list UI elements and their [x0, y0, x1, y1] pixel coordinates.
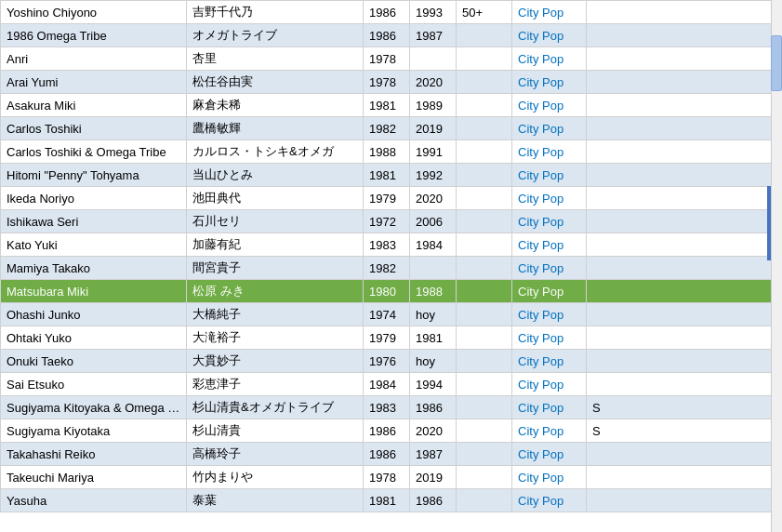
cell-extra [587, 489, 783, 512]
cell-jp: 大滝裕子 [187, 326, 364, 350]
artists-table: Yoshino Chiyono吉野千代乃1986199350+City Pop1… [0, 0, 782, 512]
cell-born: 1974 [364, 303, 410, 326]
table-row[interactable]: Arai Yumi松任谷由実19782020City Pop [1, 71, 783, 94]
cell-genre: City Pop [512, 117, 587, 140]
cell-genre: City Pop [512, 187, 587, 210]
table-row[interactable]: Kato Yuki加藤有紀19831984City Pop [1, 233, 783, 257]
cell-genre: City Pop [512, 94, 587, 117]
cell-born: 1978 [364, 47, 410, 71]
scrollbar-thumb[interactable] [771, 35, 782, 91]
cell-notes [457, 24, 512, 47]
cell-notes [457, 94, 512, 117]
cell-name: Carlos Toshiki & Omega Tribe [1, 140, 187, 164]
cell-genre: City Pop [512, 419, 587, 443]
cell-active: 1987 [410, 24, 457, 47]
cell-born: 1983 [364, 396, 410, 419]
cell-active: 1984 [410, 233, 457, 257]
cell-jp: 泰葉 [187, 489, 364, 512]
cell-extra [587, 164, 783, 187]
cell-extra [587, 373, 783, 396]
table-row[interactable]: Sugiyama Kitoyaka & Omega Tribe杉山清貴&オメガト… [1, 396, 783, 419]
cell-extra [587, 117, 783, 140]
cell-name: Kato Yuki [1, 233, 187, 257]
table-row[interactable]: Asakura Miki麻倉未稀19811989City Pop [1, 94, 783, 117]
cell-genre: City Pop [512, 257, 587, 280]
cell-born: 1980 [364, 280, 410, 303]
cell-genre: City Pop [512, 233, 587, 257]
table-row[interactable]: Sai Etsuko彩恵津子19841994City Pop [1, 373, 783, 396]
cell-notes [457, 326, 512, 350]
cell-name: Matsubara Miki [1, 280, 187, 303]
cell-name: Takahashi Reiko [1, 443, 187, 466]
cell-jp: 加藤有紀 [187, 233, 364, 257]
table-row[interactable]: Takahashi Reiko高橋玲子19861987City Pop [1, 443, 783, 466]
cell-active: hoy [410, 303, 457, 326]
cell-name: Yasuha [1, 489, 187, 512]
cell-born: 1982 [364, 257, 410, 280]
cell-name: Carlos Toshiki [1, 117, 187, 140]
cell-name: Sugiyama Kiyotaka [1, 419, 187, 443]
table-row[interactable]: Carlos Toshiki & Omega Tribeカルロス・トシキ&オメガ… [1, 140, 783, 164]
cell-jp: 杉山清貴 [187, 419, 364, 443]
cell-born: 1978 [364, 466, 410, 489]
cell-genre: City Pop [512, 350, 587, 373]
cell-active: 1986 [410, 396, 457, 419]
cell-born: 1984 [364, 373, 410, 396]
table-row[interactable]: 1986 Omega Tribeオメガトライブ19861987City Pop [1, 24, 783, 47]
cell-active: 1992 [410, 164, 457, 187]
table-row[interactable]: Hitomi "Penny" Tohyama当山ひとみ19811992City … [1, 164, 783, 187]
cell-notes [457, 419, 512, 443]
table-row[interactable]: Yoshino Chiyono吉野千代乃1986199350+City Pop [1, 1, 783, 24]
cell-active: 1994 [410, 373, 457, 396]
table-row[interactable]: Takeuchi Mariya竹内まりや19782019City Pop [1, 466, 783, 489]
table-row[interactable]: Sugiyama Kiyotaka杉山清貴19862020City PopS [1, 419, 783, 443]
table-row[interactable]: Mamiya Takako間宮貴子1982City Pop [1, 257, 783, 280]
cell-born: 1986 [364, 24, 410, 47]
cell-active: 2006 [410, 210, 457, 233]
cell-born: 1988 [364, 140, 410, 164]
cell-notes [457, 233, 512, 257]
cell-born: 1981 [364, 489, 410, 512]
cell-genre: City Pop [512, 373, 587, 396]
scrollbar-track[interactable] [771, 0, 782, 532]
cell-born: 1981 [364, 164, 410, 187]
cell-active [410, 257, 457, 280]
cell-name: Hitomi "Penny" Tohyama [1, 164, 187, 187]
cell-name: Takeuchi Mariya [1, 466, 187, 489]
cell-genre: City Pop [512, 466, 587, 489]
cell-notes [457, 164, 512, 187]
cell-genre: City Pop [512, 24, 587, 47]
table-row[interactable]: Carlos Toshiki鷹橋敏輝19822019City Pop [1, 117, 783, 140]
table-row[interactable]: Ohashi Junko大橋純子1974hoyCity Pop [1, 303, 783, 326]
table-row[interactable]: Onuki Taeko大貫妙子1976hoyCity Pop [1, 350, 783, 373]
cell-extra [587, 443, 783, 466]
table-row[interactable]: Ikeda Noriyo池田典代19792020City Pop [1, 187, 783, 210]
table-row[interactable]: Ohtaki Yuko大滝裕子19791981City Pop [1, 326, 783, 350]
cell-jp: 鷹橋敏輝 [187, 117, 364, 140]
cell-extra [587, 210, 783, 233]
cell-notes [457, 280, 512, 303]
cell-genre: City Pop [512, 47, 587, 71]
cell-jp: 当山ひとみ [187, 164, 364, 187]
cell-extra: S [587, 419, 783, 443]
cell-jp: 彩恵津子 [187, 373, 364, 396]
table-row[interactable]: Yasuha泰葉19811986City Pop [1, 489, 783, 512]
cell-active: 2020 [410, 187, 457, 210]
cell-name: Mamiya Takako [1, 257, 187, 280]
cell-genre: City Pop [512, 280, 587, 303]
cell-jp: 竹内まりや [187, 466, 364, 489]
table-row[interactable]: Matsubara Miki松原 みき19801988City Pop [1, 280, 783, 303]
cell-active: 1987 [410, 443, 457, 466]
cell-name: 1986 Omega Tribe [1, 24, 187, 47]
cell-notes [457, 489, 512, 512]
cell-extra [587, 187, 783, 210]
cell-active: 1988 [410, 280, 457, 303]
table-row[interactable]: Anri杏里1978City Pop [1, 47, 783, 71]
cell-extra [587, 1, 783, 24]
cell-notes [457, 373, 512, 396]
cell-genre: City Pop [512, 210, 587, 233]
table-row[interactable]: Ishikawa Seri石川セリ19722006City Pop [1, 210, 783, 233]
cell-born: 1986 [364, 419, 410, 443]
cell-notes [457, 303, 512, 326]
cell-extra [587, 326, 783, 350]
